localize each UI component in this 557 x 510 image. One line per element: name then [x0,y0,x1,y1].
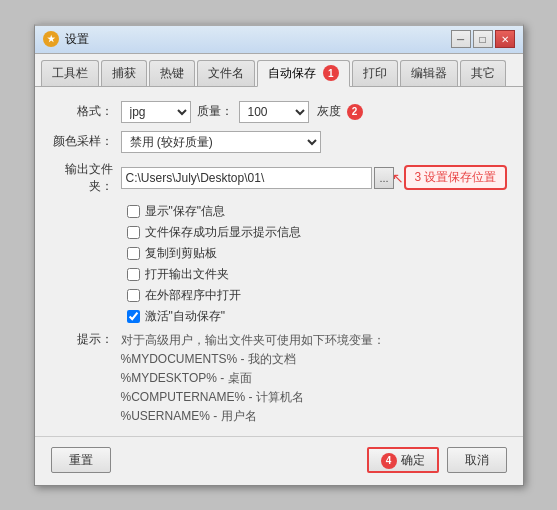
color-label: 颜色采样： [51,133,121,150]
tab-filename[interactable]: 文件名 [197,60,255,86]
tips-text: 对于高级用户，输出文件夹可使用如下环境变量： %MYDOCUMENTS% - 我… [121,331,385,427]
tips-item-2: %COMPUTERNAME% - 计算机名 [121,390,304,404]
checkbox-activate-autosave[interactable] [127,310,140,323]
title-bar: ★ 设置 ─ □ ✕ [35,26,523,54]
tab-print[interactable]: 打印 [352,60,398,86]
output-row: 输出文件夹： ... ↖ 3 设置保存位置 [51,161,507,195]
tab-editor[interactable]: 编辑器 [400,60,458,86]
tab-autosave-badge: 1 [323,65,339,81]
tips-item-3: %USERNAME% - 用户名 [121,409,257,423]
close-button[interactable]: ✕ [495,30,515,48]
window-title: 设置 [65,31,89,48]
tab-hotkey[interactable]: 热键 [149,60,195,86]
checkbox-row-0: 显示"保存"信息 [127,203,507,220]
checkbox-row-2: 复制到剪贴板 [127,245,507,262]
title-buttons: ─ □ ✕ [451,30,515,48]
quality-label: 质量： [197,103,233,120]
checkbox-copy-clipboard[interactable] [127,247,140,260]
reset-button[interactable]: 重置 [51,447,111,473]
checkbox-open-external[interactable] [127,289,140,302]
checkbox-label-2: 复制到剪贴板 [145,245,217,262]
checkbox-open-output-folder[interactable] [127,268,140,281]
grayscale-label: 灰度 [317,103,341,120]
app-icon: ★ [43,31,59,47]
maximize-button[interactable]: □ [473,30,493,48]
settings-dialog: ★ 设置 ─ □ ✕ 工具栏 捕获 热键 文件名 自动保存 1 打印 编辑器 [34,24,524,487]
tips-item-0: %MYDOCUMENTS% - 我的文档 [121,352,296,366]
format-row: 格式： jpg png bmp 质量： 100 90 80 灰度 2 [51,101,507,123]
minimize-button[interactable]: ─ [451,30,471,48]
footer: 重置 4确定 取消 [35,436,523,485]
color-select[interactable]: 禁用 (较好质量) 启用 [121,131,321,153]
output-path-input[interactable] [121,167,372,189]
checkbox-show-save-info[interactable] [127,205,140,218]
checkboxes-section: 显示"保存"信息 文件保存成功后显示提示信息 复制到剪贴板 打开输出文件夹 在外… [127,203,507,325]
checkbox-label-3: 打开输出文件夹 [145,266,229,283]
tips-label: 提示： [51,331,121,348]
checkbox-row-5: 激活"自动保存" [127,308,507,325]
checkbox-label-4: 在外部程序中打开 [145,287,241,304]
checkbox-label-5: 激活"自动保存" [145,308,226,325]
confirm-button[interactable]: 4确定 [367,447,439,473]
callout-3-label: 3 设置保存位置 [404,165,506,190]
badge-4: 4 [381,453,397,469]
badge-2: 2 [347,104,363,120]
checkbox-row-1: 文件保存成功后显示提示信息 [127,224,507,241]
tips-item-1: %MYDESKTOP% - 桌面 [121,371,252,385]
quality-select[interactable]: 100 90 80 [239,101,309,123]
checkbox-label-1: 文件保存成功后显示提示信息 [145,224,301,241]
tab-capture[interactable]: 捕获 [101,60,147,86]
tab-autosave[interactable]: 自动保存 1 [257,60,350,87]
tips-section: 提示： 对于高级用户，输出文件夹可使用如下环境变量： %MYDOCUMENTS%… [51,331,507,427]
browse-button[interactable]: ... [374,167,395,189]
footer-right: 4确定 取消 [367,447,507,473]
output-label: 输出文件夹： [51,161,121,195]
tab-other[interactable]: 其它 [460,60,506,86]
tab-bar: 工具栏 捕获 热键 文件名 自动保存 1 打印 编辑器 其它 [35,54,523,87]
format-select[interactable]: jpg png bmp [121,101,191,123]
checkbox-row-3: 打开输出文件夹 [127,266,507,283]
content-area: 格式： jpg png bmp 质量： 100 90 80 灰度 2 颜色采样：… [35,87,523,437]
checkbox-label-0: 显示"保存"信息 [145,203,226,220]
callout-3: ↖ 3 设置保存位置 [404,165,506,190]
color-row: 颜色采样： 禁用 (较好质量) 启用 [51,131,507,153]
checkbox-show-success-info[interactable] [127,226,140,239]
tips-intro: 对于高级用户，输出文件夹可使用如下环境变量： [121,333,385,347]
tab-toolbar[interactable]: 工具栏 [41,60,99,86]
cancel-button[interactable]: 取消 [447,447,507,473]
footer-left: 重置 [51,447,111,473]
format-label: 格式： [51,103,121,120]
checkbox-row-4: 在外部程序中打开 [127,287,507,304]
callout-arrow-icon: ↖ [392,170,404,186]
